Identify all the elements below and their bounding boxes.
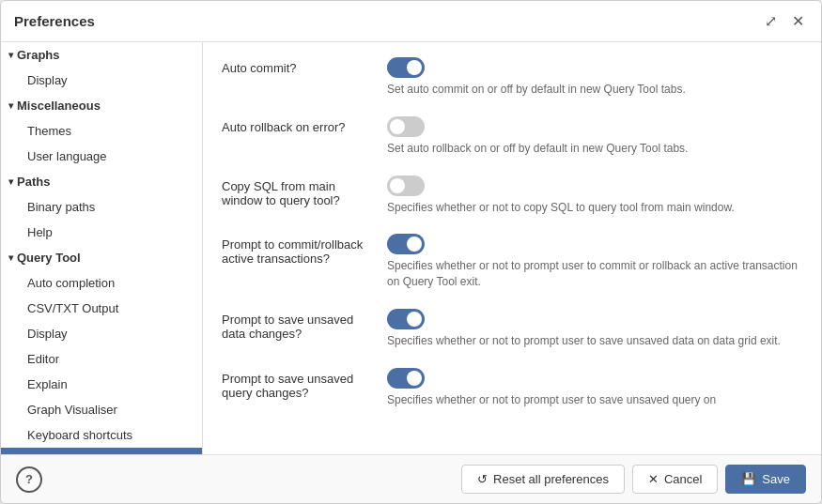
- pref-right: Set auto rollback on or off by default i…: [387, 116, 802, 157]
- pref-right: Specifies whether or not to copy SQL to …: [387, 176, 802, 216]
- pref-label: Prompt to save unsaved query changes?: [222, 368, 372, 400]
- toggle-slider: [387, 116, 425, 137]
- sidebar-group-label: Graphs: [17, 48, 60, 62]
- pref-label: Auto rollback on error?: [222, 116, 372, 134]
- auto-rollback-toggle[interactable]: [387, 116, 425, 137]
- pref-right: Specifies whether or not to prompt user …: [387, 234, 802, 290]
- chevron-icon: ▾: [8, 176, 13, 187]
- sidebar-item-display-qt[interactable]: Display: [1, 321, 202, 346]
- sidebar-item-explain[interactable]: Explain: [1, 372, 202, 397]
- toggle-slider: [387, 176, 425, 196]
- prompt-save-query-toggle[interactable]: [387, 368, 425, 389]
- sidebar-item-user-language[interactable]: User language: [1, 144, 202, 169]
- pref-description: Specifies whether or not to prompt user …: [387, 392, 802, 408]
- sidebar-group-label: Miscellaneous: [17, 99, 101, 113]
- pref-label: Prompt to commit/rollback active transac…: [222, 234, 372, 266]
- cancel-icon: ✕: [648, 472, 659, 486]
- pref-label: Copy SQL from main window to query tool?: [222, 176, 372, 207]
- copy-sql-toggle[interactable]: [387, 176, 425, 196]
- sidebar-group-paths[interactable]: ▾ Paths: [1, 169, 202, 194]
- toggle-slider: [387, 309, 425, 329]
- pref-row-copy-sql: Copy SQL from main window to query tool?…: [222, 176, 802, 216]
- sidebar-group-label: Query Tool: [17, 251, 81, 265]
- toggle-slider: [387, 57, 425, 78]
- sidebar-item-editor[interactable]: Editor: [1, 346, 202, 372]
- toggle-slider: [387, 234, 425, 254]
- sidebar-group-graphs[interactable]: ▾ Graphs: [1, 42, 202, 68]
- sidebar-item-options[interactable]: Options: [1, 448, 202, 454]
- pref-label: Auto commit?: [222, 57, 372, 75]
- sidebar-item-graph-visualiser[interactable]: Graph Visualiser: [1, 397, 202, 422]
- content-area: Auto commit? Set auto commit on or off b…: [203, 42, 821, 454]
- pref-row-auto-commit: Auto commit? Set auto commit on or off b…: [222, 57, 802, 98]
- dialog-header: Preferences ⤢ ✕: [1, 1, 821, 42]
- auto-commit-toggle[interactable]: [387, 57, 425, 78]
- save-icon: 💾: [741, 472, 756, 486]
- sidebar-item-themes[interactable]: Themes: [1, 118, 202, 144]
- pref-description: Specifies whether or not to copy SQL to …: [387, 200, 802, 216]
- toggle-slider: [387, 368, 425, 389]
- pref-description: Specifies whether or not to prompt user …: [387, 258, 802, 290]
- header-actions: ⤢ ✕: [761, 10, 808, 32]
- pref-row-prompt-save-data: Prompt to save unsaved data changes? Spe…: [222, 309, 802, 349]
- save-label: Save: [762, 472, 790, 486]
- sidebar-item-help[interactable]: Help: [1, 220, 202, 245]
- cancel-label: Cancel: [664, 472, 702, 486]
- pref-right: Set auto commit on or off by default in …: [387, 57, 802, 98]
- dialog-body: ▾ Graphs Display ▾ Miscellaneous Themes …: [1, 42, 821, 454]
- pref-description: Specifies whether or not to prompt user …: [387, 333, 802, 349]
- footer-left: ?: [16, 466, 42, 493]
- chevron-icon: ▾: [8, 100, 13, 111]
- expand-button[interactable]: ⤢: [761, 10, 781, 32]
- sidebar-group-label: Paths: [17, 175, 50, 189]
- sidebar: ▾ Graphs Display ▾ Miscellaneous Themes …: [1, 42, 203, 454]
- prompt-save-data-toggle[interactable]: [387, 309, 425, 329]
- reset-label: Reset all preferences: [493, 472, 609, 486]
- reset-button[interactable]: ↺ Reset all preferences: [461, 465, 625, 494]
- sidebar-item-auto-completion[interactable]: Auto completion: [1, 270, 202, 296]
- sidebar-item-display[interactable]: Display: [1, 68, 202, 93]
- chevron-icon: ▾: [8, 50, 13, 60]
- pref-row-prompt-save-query: Prompt to save unsaved query changes? Sp…: [222, 368, 802, 408]
- reset-icon: ↺: [477, 472, 488, 486]
- sidebar-item-keyboard-shortcuts[interactable]: Keyboard shortcuts: [1, 422, 202, 448]
- preferences-dialog: Preferences ⤢ ✕ ▾ Graphs Display ▾ Misce…: [0, 0, 822, 504]
- pref-description: Set auto rollback on or off by default i…: [387, 141, 802, 157]
- sidebar-item-binary-paths[interactable]: Binary paths: [1, 194, 202, 220]
- sidebar-group-query-tool[interactable]: ▾ Query Tool: [1, 245, 202, 270]
- cancel-button[interactable]: ✕ Cancel: [632, 465, 718, 494]
- close-button[interactable]: ✕: [788, 10, 808, 32]
- prompt-commit-toggle[interactable]: [387, 234, 425, 254]
- pref-label: Prompt to save unsaved data changes?: [222, 309, 372, 341]
- pref-right: Specifies whether or not to prompt user …: [387, 309, 802, 349]
- dialog-footer: ? ↺ Reset all preferences ✕ Cancel 💾 Sav…: [1, 454, 821, 503]
- save-button[interactable]: 💾 Save: [725, 465, 806, 494]
- chevron-icon: ▾: [8, 252, 13, 263]
- pref-right: Specifies whether or not to prompt user …: [387, 368, 802, 408]
- help-button[interactable]: ?: [16, 466, 42, 493]
- footer-right: ↺ Reset all preferences ✕ Cancel 💾 Save: [461, 465, 806, 494]
- pref-row-prompt-commit: Prompt to commit/rollback active transac…: [222, 234, 802, 290]
- pref-description: Set auto commit on or off by default in …: [387, 82, 802, 98]
- dialog-title: Preferences: [14, 13, 95, 29]
- sidebar-item-csv-txt-output[interactable]: CSV/TXT Output: [1, 296, 202, 321]
- pref-row-auto-rollback: Auto rollback on error? Set auto rollbac…: [222, 116, 802, 157]
- sidebar-group-miscellaneous[interactable]: ▾ Miscellaneous: [1, 93, 202, 118]
